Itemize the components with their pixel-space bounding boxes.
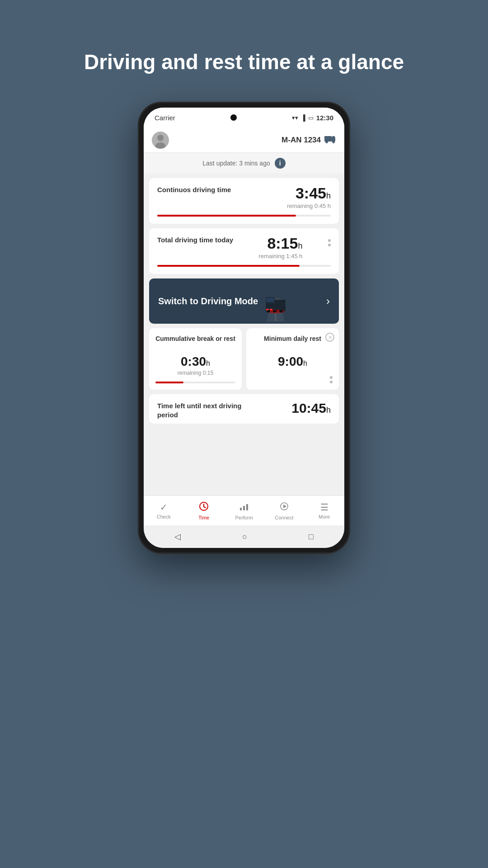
battery-icon: ▭ bbox=[308, 114, 314, 121]
svg-rect-26 bbox=[246, 504, 248, 510]
svg-rect-19 bbox=[273, 310, 277, 312]
connect-nav-icon bbox=[279, 501, 289, 514]
bottom-nav: ✓ Check Time bbox=[144, 495, 344, 525]
svg-rect-24 bbox=[240, 508, 242, 510]
continuous-driving-remaining: remaining 0:45 h bbox=[287, 203, 331, 209]
svg-rect-20 bbox=[279, 310, 283, 312]
next-driving-time: 10:45h bbox=[291, 401, 331, 415]
continuous-driving-progress-track bbox=[157, 215, 331, 217]
svg-line-23 bbox=[204, 507, 206, 508]
driving-mode-text: Switch to Driving Mode bbox=[158, 295, 258, 307]
total-driving-label: Total driving time today bbox=[157, 236, 233, 245]
check-nav-icon: ✓ bbox=[160, 502, 168, 513]
info-button[interactable]: i bbox=[275, 158, 286, 169]
cumulative-break-label: Cummulative break or rest bbox=[155, 335, 235, 351]
nav-connect[interactable]: Connect bbox=[273, 501, 296, 520]
time-nav-label: Time bbox=[198, 515, 209, 520]
more-nav-icon: ☰ bbox=[320, 502, 328, 513]
status-icons: ▾▾ ▐ ▭ 12:30 bbox=[292, 114, 333, 122]
total-driving-time: 8:15h bbox=[259, 236, 303, 251]
minimum-daily-rest-card: ✕ Minimum daily rest 9:00h bbox=[246, 328, 339, 390]
svg-marker-28 bbox=[283, 505, 286, 508]
avatar[interactable] bbox=[152, 132, 169, 149]
svg-point-6 bbox=[326, 141, 328, 143]
update-bar: Last update: 3 mins ago i bbox=[144, 153, 344, 174]
cumulative-break-time: 0:30h bbox=[155, 355, 235, 368]
svg-marker-5 bbox=[332, 136, 335, 137]
driving-mode-chevron: › bbox=[326, 295, 330, 307]
svg-rect-14 bbox=[267, 298, 274, 302]
vehicle-info: M-AN 1234 bbox=[282, 134, 336, 146]
perform-nav-label: Perform bbox=[235, 515, 253, 520]
main-content: Continuos driving time 3:45h remaining 0… bbox=[144, 174, 344, 495]
vehicle-id: M-AN 1234 bbox=[282, 136, 321, 145]
cumulative-break-progress-track bbox=[155, 382, 235, 383]
phone-screen: Carrier ▾▾ ▐ ▭ 12:30 bbox=[144, 108, 344, 548]
time-nav-icon bbox=[199, 501, 209, 514]
next-driving-period-card: Time left until next driving period 10:4… bbox=[149, 394, 339, 424]
cumulative-break-progress-fill bbox=[155, 382, 183, 383]
total-driving-time-block: 8:15h remaining 1:45 h bbox=[259, 236, 303, 259]
back-button[interactable]: ◁ bbox=[174, 532, 181, 542]
app-header: M-AN 1234 bbox=[144, 127, 344, 153]
minimum-daily-rest-time: 9:00h bbox=[253, 355, 333, 368]
total-driving-progress-track bbox=[157, 265, 331, 267]
total-driving-card: Total driving time today 8:15h remaining… bbox=[149, 228, 339, 274]
svg-point-1 bbox=[157, 135, 164, 141]
bottom-cards-row: Cummulative break or rest 0:30h remainin… bbox=[149, 328, 339, 390]
home-button[interactable]: ○ bbox=[242, 532, 247, 542]
next-driving-time-block: 10:45h bbox=[291, 401, 331, 415]
svg-rect-3 bbox=[324, 136, 332, 142]
continuous-driving-time: 3:45h bbox=[287, 185, 331, 201]
home-bar: ◁ ○ □ bbox=[144, 525, 344, 548]
phone-shell: Carrier ▾▾ ▐ ▭ 12:30 bbox=[138, 102, 350, 554]
connect-nav-label: Connect bbox=[275, 515, 293, 520]
minimum-daily-rest-menu[interactable] bbox=[330, 376, 333, 383]
update-text: Last update: 3 mins ago bbox=[202, 160, 270, 167]
recent-button[interactable]: □ bbox=[309, 532, 314, 542]
cumulative-break-remaining: remaining 0:15 bbox=[155, 370, 235, 376]
nav-time[interactable]: Time bbox=[192, 501, 215, 520]
signal-icon: ▐ bbox=[301, 114, 305, 121]
perform-nav-icon bbox=[239, 501, 249, 514]
camera-dot bbox=[230, 114, 237, 121]
total-driving-menu[interactable] bbox=[328, 239, 331, 246]
check-nav-label: Check bbox=[157, 514, 171, 519]
next-driving-label: Time left until next driving period bbox=[157, 401, 248, 419]
truck-icon bbox=[324, 134, 336, 146]
minimum-daily-rest-label: Minimum daily rest bbox=[253, 335, 333, 351]
more-nav-label: More bbox=[319, 514, 330, 519]
close-icon[interactable]: ✕ bbox=[325, 333, 334, 342]
cumulative-break-card: Cummulative break or rest 0:30h remainin… bbox=[149, 328, 242, 390]
continuous-driving-time-block: 3:45h remaining 0:45 h bbox=[287, 185, 331, 209]
nav-perform[interactable]: Perform bbox=[233, 501, 255, 520]
page-title: Driving and rest time at a glance bbox=[57, 50, 431, 75]
nav-more[interactable]: ☰ More bbox=[313, 502, 336, 519]
driving-mode-banner[interactable]: Switch to Driving Mode bbox=[149, 278, 339, 324]
svg-rect-25 bbox=[243, 506, 245, 510]
svg-point-7 bbox=[333, 141, 335, 143]
total-driving-progress-fill bbox=[157, 265, 300, 267]
time-display: 12:30 bbox=[316, 114, 333, 122]
svg-rect-18 bbox=[267, 310, 270, 312]
wifi-icon: ▾▾ bbox=[292, 114, 298, 121]
continuous-driving-progress-fill bbox=[157, 215, 296, 217]
continuous-driving-label: Continuos driving time bbox=[157, 185, 231, 194]
continuous-driving-card: Continuos driving time 3:45h remaining 0… bbox=[149, 178, 339, 224]
carrier-label: Carrier bbox=[155, 114, 175, 122]
status-bar: Carrier ▾▾ ▐ ▭ 12:30 bbox=[144, 108, 344, 127]
nav-check[interactable]: ✓ Check bbox=[152, 502, 175, 519]
total-driving-remaining: remaining 1:45 h bbox=[259, 253, 303, 259]
